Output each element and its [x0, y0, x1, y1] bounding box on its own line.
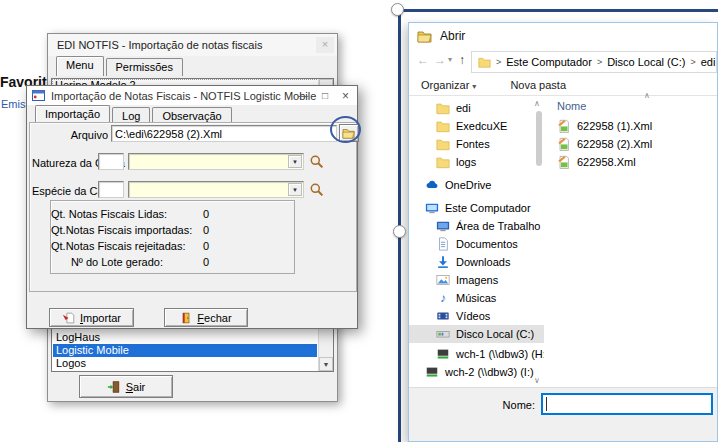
- import-document-icon: [62, 311, 75, 325]
- network-drive-icon: [425, 365, 439, 379]
- sidebar-item-este-computador[interactable]: Este Computador: [409, 199, 544, 217]
- breadcrumb-separator: >: [597, 57, 602, 67]
- file-list-pane: ∧ Nome 622958 (1).Xml 622958 (2).Xml 622…: [549, 97, 717, 387]
- maximize-icon[interactable]: □: [322, 90, 328, 101]
- sidebar-item-videos[interactable]: Vídeos: [409, 307, 544, 325]
- natureza-combo[interactable]: ▼: [128, 153, 304, 170]
- selection-handle[interactable]: [393, 225, 406, 238]
- breadcrumb-item[interactable]: Disco Local (C:): [607, 56, 685, 68]
- sidebar-item-wch-1[interactable]: wch-1 (\\dbw3) (H:): [409, 345, 544, 363]
- cloud-icon: [425, 178, 439, 192]
- close-door-icon: [180, 311, 192, 325]
- sair-button[interactable]: Sair: [79, 375, 173, 398]
- importar-button[interactable]: Importar: [49, 308, 134, 327]
- disk-icon: [436, 327, 450, 341]
- computer-icon: [425, 201, 439, 215]
- stat-label: Qt. Notas Fiscais Lidas:: [51, 208, 163, 220]
- back-icon[interactable]: ←: [417, 53, 429, 67]
- edi-window-titlebar[interactable]: EDI NOTFIS - Importação de notas fiscais…: [48, 34, 337, 56]
- sidebar-item-onedrive[interactable]: OneDrive: [409, 176, 544, 194]
- desktop-icon: [436, 219, 450, 233]
- counters-groupbox: Qt. Notas Fiscais Lidas:0 Qt.Notas Fisca…: [50, 200, 295, 274]
- especie-code-input[interactable]: [98, 181, 124, 198]
- selection-border-top: [395, 9, 718, 12]
- arquivo-input[interactable]: [111, 125, 337, 142]
- abrir-title: Abrir: [440, 29, 465, 43]
- file-row[interactable]: 622958 (1).Xml: [549, 117, 717, 135]
- organizar-menu[interactable]: Organizar ▾: [421, 79, 476, 91]
- arquivo-label: Arquivo: [48, 129, 108, 141]
- sidebar-item-wch-2[interactable]: wch-2 (\\dbw3) (I:): [409, 363, 544, 381]
- explorer-body: edi ExedcuXE Fontes logs OneDrive Este C…: [409, 97, 717, 387]
- list-item[interactable]: Logos: [53, 357, 317, 370]
- up-icon[interactable]: ↑: [459, 53, 465, 67]
- navigation-bar: ← → ▾ ↑ > Este Computador > Disco Local …: [409, 49, 717, 75]
- sidebar-item-musicas[interactable]: ♪ Músicas: [409, 289, 544, 307]
- file-row[interactable]: 622958 (2).Xml: [549, 135, 717, 153]
- scroll-up-icon[interactable]: ∧: [534, 99, 540, 108]
- stat-value: 0: [203, 240, 209, 252]
- search-icon[interactable]: [309, 182, 325, 198]
- file-row[interactable]: 622958.Xml: [549, 153, 717, 171]
- sidebar-item-documentos[interactable]: Documentos: [409, 235, 544, 253]
- sidebar-item-logs[interactable]: logs: [409, 153, 544, 171]
- close-icon[interactable]: ×: [316, 37, 334, 53]
- list-item[interactable]: LogHaus: [53, 331, 317, 344]
- breadcrumb-item[interactable]: edi: [701, 56, 716, 68]
- open-folder-icon: [417, 29, 433, 43]
- exit-door-icon: [107, 380, 121, 394]
- download-icon: [436, 255, 450, 269]
- list-item-selected[interactable]: Logistic Mobile: [53, 344, 317, 357]
- chevron-down-icon[interactable]: ▼: [288, 155, 302, 168]
- breadcrumb-item[interactable]: Este Computador: [506, 56, 592, 68]
- breadcrumb[interactable]: > Este Computador > Disco Local (C:) > e…: [471, 51, 717, 73]
- folder-icon: [478, 56, 491, 68]
- sidebar-item-imagens[interactable]: Imagens: [409, 271, 544, 289]
- scrollbar-thumb[interactable]: [536, 111, 542, 166]
- folder-icon: [436, 137, 450, 151]
- importacao-tab-panel: Arquivo Natureza da Carga ▼ Espécie da C…: [29, 122, 357, 292]
- document-icon: [436, 237, 450, 251]
- scroll-down-icon[interactable]: ∨: [534, 376, 540, 385]
- music-icon: ♪: [436, 291, 450, 305]
- column-header-nome[interactable]: Nome: [557, 100, 586, 112]
- sidebar-item-fontes[interactable]: Fontes: [409, 135, 544, 153]
- edi-tab-strip: Menu Permissões: [48, 56, 337, 76]
- minimize-icon[interactable]: —: [298, 90, 308, 101]
- xml-file-icon: [557, 137, 571, 151]
- edi-window-title: EDI NOTFIS - Importação de notas fiscais: [57, 39, 262, 51]
- folder-icon: [436, 155, 450, 169]
- sidebar-item-area-de-trabalho[interactable]: Área de Trabalho: [409, 217, 544, 235]
- abrir-titlebar[interactable]: Abrir: [409, 23, 717, 49]
- history-dropdown-icon[interactable]: ▾: [448, 55, 452, 64]
- chevron-down-icon[interactable]: ▼: [288, 183, 302, 196]
- tab-menu[interactable]: Menu: [56, 56, 104, 76]
- video-icon: [436, 309, 450, 323]
- nova-pasta-button[interactable]: Nova pasta: [510, 79, 566, 91]
- stat-label: Nº do Lote gerado:: [51, 256, 163, 268]
- sidebar-item-downloads[interactable]: Downloads: [409, 253, 544, 271]
- filename-input[interactable]: [541, 393, 713, 415]
- natureza-code-input[interactable]: [98, 153, 124, 170]
- breadcrumb-separator: >: [496, 57, 501, 67]
- forward-icon[interactable]: →: [434, 53, 446, 67]
- stat-value: 0: [203, 256, 209, 268]
- sidebar-item-edi[interactable]: edi: [409, 99, 544, 117]
- xml-file-icon: [557, 155, 571, 169]
- search-icon[interactable]: [309, 154, 325, 170]
- sidebar-item-exedcuxe[interactable]: ExedcuXE: [409, 117, 544, 135]
- selection-handle[interactable]: [391, 3, 404, 16]
- fechar-button[interactable]: Fechar: [164, 308, 248, 327]
- fechar-button-label: Fechar: [197, 312, 231, 324]
- breadcrumb-separator: >: [690, 57, 695, 67]
- notfis-import-dialog: Importação de Notas Fiscais - NOTFIS Log…: [26, 85, 358, 329]
- form-icon: [32, 90, 45, 101]
- importar-button-label: Importar: [80, 312, 121, 324]
- especie-combo[interactable]: ▼: [128, 181, 304, 198]
- sidebar-item-disco-local[interactable]: Disco Local (C:): [409, 325, 544, 343]
- tab-permissoes[interactable]: Permissões: [106, 58, 183, 76]
- scroll-down-icon[interactable]: ▼: [319, 357, 333, 371]
- dialog-titlebar[interactable]: Importação de Notas Fiscais - NOTFIS Log…: [27, 86, 357, 105]
- nome-label: Nome:: [469, 399, 535, 411]
- close-icon[interactable]: ×: [342, 89, 349, 103]
